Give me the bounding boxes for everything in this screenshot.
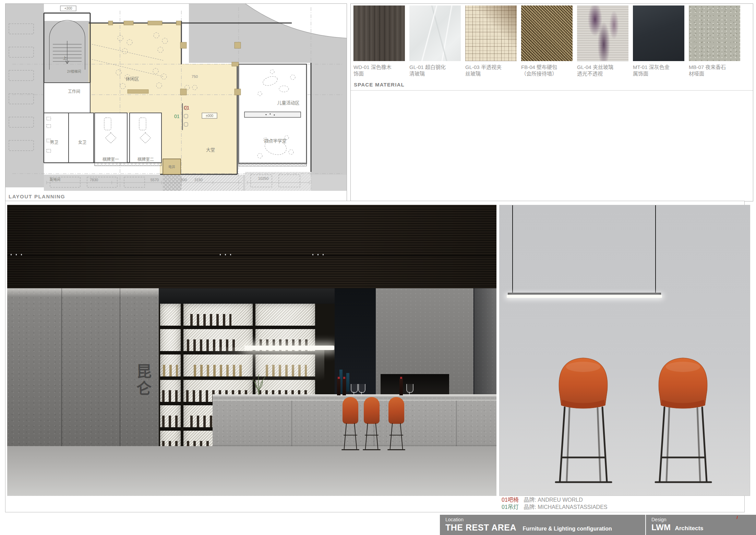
wine-glass — [406, 384, 413, 393]
material-chip-wood — [353, 5, 405, 61]
marker-light-01: 01 — [174, 114, 180, 119]
material-desc2: 透光不透视 — [577, 70, 628, 77]
shelf-soffit — [159, 288, 335, 304]
material-swatch-row: WD-01 深色橡木 饰面 GL-01 超白钢化 清玻璃 GL-03 半透视夹 — [353, 5, 740, 77]
bar-stool — [388, 397, 404, 452]
layout-planning-caption: LAYOUT PLANNING — [9, 194, 65, 199]
wall-joint — [61, 288, 62, 449]
legend-row-chair: 01吧椅 品牌: ANDREU WORLD — [502, 496, 607, 503]
kids-label: 儿童活动区 — [277, 100, 299, 105]
project-subtitle: Furniture & Lighting configuration — [523, 526, 612, 532]
material-code: GL-01 — [409, 64, 424, 70]
marker-chair-01: 01 — [184, 105, 190, 111]
material-rule — [351, 90, 753, 91]
up-label: 上 — [63, 56, 67, 61]
material-chip-clear-glass — [409, 5, 461, 61]
workroom-label: 工作间 — [68, 89, 80, 94]
wine-bottle — [337, 378, 340, 395]
floor — [7, 446, 496, 496]
material-chip-stone — [689, 5, 740, 61]
wine-bottle — [399, 378, 403, 395]
ceiling-lights — [11, 254, 26, 255]
presentation-board: +300 上 2#楼梯间 工作间 男卫 女卫 休闲区 棋牌室一 棋牌室二 电井 … — [0, 0, 756, 535]
dim-750: 750 — [192, 74, 198, 79]
material-desc: 夜来香石 — [705, 64, 726, 70]
pendant-wire — [655, 205, 656, 294]
material-code: GL-03 — [465, 64, 480, 70]
chess1-label: 棋牌室一 — [103, 157, 119, 162]
ceiling-lights — [312, 254, 327, 255]
dim-3150: 3150 — [194, 178, 203, 182]
design-label: Design — [651, 517, 704, 522]
stair-label: 2#楼梯间 — [67, 69, 81, 73]
material-desc: 夹丝玻璃 — [593, 64, 613, 70]
layout-planning-panel: +300 上 2#楼梯间 工作间 男卫 女卫 休闲区 棋牌室一 棋牌室二 电井 … — [5, 3, 347, 201]
power-label: 配电间 — [50, 177, 60, 182]
wine-bottle — [343, 378, 346, 395]
back-bar-dark-zone — [335, 288, 376, 396]
material-code: FB-04 — [521, 64, 535, 70]
material-desc: 深灰色金 — [649, 64, 670, 70]
design-firm: LWM — [651, 523, 671, 532]
material-desc: 半透视夹 — [481, 64, 502, 70]
glass-partition — [473, 288, 496, 396]
material-chip-plaid-glass — [465, 5, 517, 61]
stool-seat — [364, 397, 380, 424]
material-desc2: 丝玻璃 — [465, 70, 517, 77]
space-material-panel: WD-01 深色橡木 饰面 GL-01 超白钢化 清玻璃 GL-03 半透视夹 — [350, 3, 753, 201]
furniture-legend: 01吧椅 品牌: ANDREU WORLD 01吊灯 品牌: MICHAELAN… — [502, 496, 607, 511]
leisure-label: 休闲区 — [125, 76, 139, 81]
material-code: GL-04 — [577, 64, 591, 70]
material-desc: 壁布硬包 — [537, 64, 557, 70]
counter-joint — [456, 400, 457, 447]
orange-bar-stool — [552, 355, 615, 492]
furniture-render — [499, 205, 750, 496]
material-desc2: 材哑面 — [689, 70, 740, 77]
material-chip-fabric — [521, 5, 573, 61]
lobby-label: 大堂 — [206, 147, 215, 152]
material-swatch-gl04: GL-04 夹丝玻璃 透光不透视 — [577, 5, 628, 77]
material-swatch-mt01: MT-01 深灰色金 属饰面 — [633, 5, 684, 77]
material-swatch-wd01: WD-01 深色橡木 饰面 — [353, 5, 405, 77]
elev-zero-label: ±000 — [206, 114, 214, 118]
wine-glass — [358, 384, 365, 393]
floor-plan: +300 上 2#楼梯间 工作间 男卫 女卫 休闲区 棋牌室一 棋牌室二 电井 … — [5, 4, 347, 193]
counter-joint — [291, 400, 292, 447]
stool-seat — [388, 397, 404, 424]
slatted-ceiling — [7, 205, 496, 288]
womens-label: 女卫 — [78, 140, 86, 145]
material-desc2: （会所接待墙） — [521, 70, 573, 77]
dim-10250: 10250 — [258, 176, 269, 181]
legend-code-chair: 01吧椅 — [502, 497, 519, 503]
mens-label: 男卫 — [50, 140, 58, 145]
legend-brand-light: 品牌: MICHAELANASTASSIADES — [524, 504, 607, 510]
wine-glass — [351, 384, 358, 393]
material-desc2: 清玻璃 — [409, 70, 461, 77]
material-swatch-mb07: MB-07 夜来香石 材哑面 — [689, 5, 740, 77]
glass-reflection — [346, 373, 349, 392]
material-desc: 超白钢化 — [425, 64, 446, 70]
material-desc: 深色橡木 — [371, 64, 392, 70]
backlit-shelf-bay — [160, 304, 181, 456]
pendant-light-tube — [507, 295, 662, 298]
location-cell: Location THE REST AREA Furniture & Light… — [440, 515, 645, 535]
legend-brand-chair: 品牌: ANDREU WORLD — [524, 497, 583, 503]
chess2-label: 棋牌室二 — [137, 157, 154, 162]
space-material-caption: SPACE MATERIAL — [354, 82, 405, 88]
bar-render: 昆仑 — [7, 205, 496, 496]
wall-joint — [159, 288, 159, 449]
wall-joint — [120, 288, 120, 449]
elev-top-label: +300 — [64, 7, 72, 10]
project-title: THE REST AREA — [445, 523, 516, 532]
bar-stool — [364, 397, 380, 452]
material-swatch-gl03: GL-03 半透视夹 丝玻璃 — [465, 5, 517, 77]
stool-seat — [343, 397, 358, 424]
dim-5570: 5570 — [151, 178, 159, 182]
ceiling-lights — [220, 254, 235, 255]
material-desc2: 属饰面 — [633, 70, 684, 77]
design-firm-suffix: Architects — [675, 525, 703, 532]
shaft-label: 电井 — [168, 165, 175, 169]
title-bar: Location THE REST AREA Furniture & Light… — [440, 515, 756, 535]
material-swatch-fb04: FB-04 壁布硬包 （会所接待墙） — [521, 5, 573, 77]
location-label: Location — [445, 517, 645, 522]
